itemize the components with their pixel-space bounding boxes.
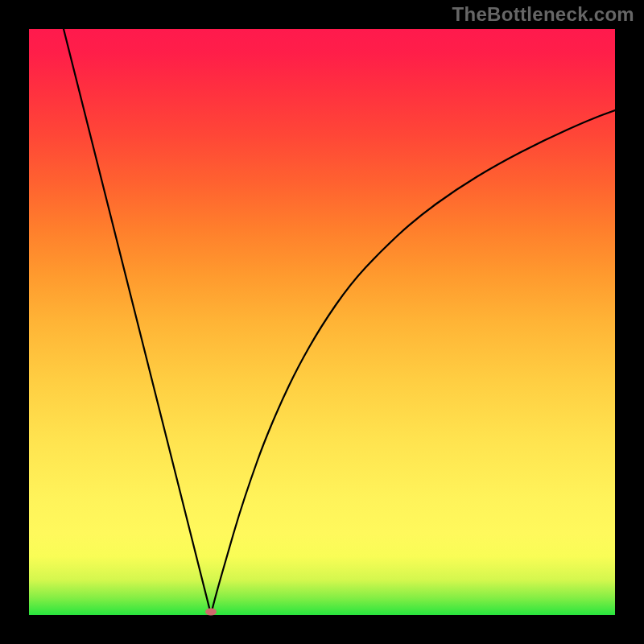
minimum-marker bbox=[205, 609, 217, 616]
watermark-text: TheBottleneck.com bbox=[452, 3, 634, 26]
plot-area bbox=[29, 29, 615, 615]
chart-stage: TheBottleneck.com bbox=[0, 0, 644, 644]
bottleneck-curve bbox=[29, 29, 615, 615]
